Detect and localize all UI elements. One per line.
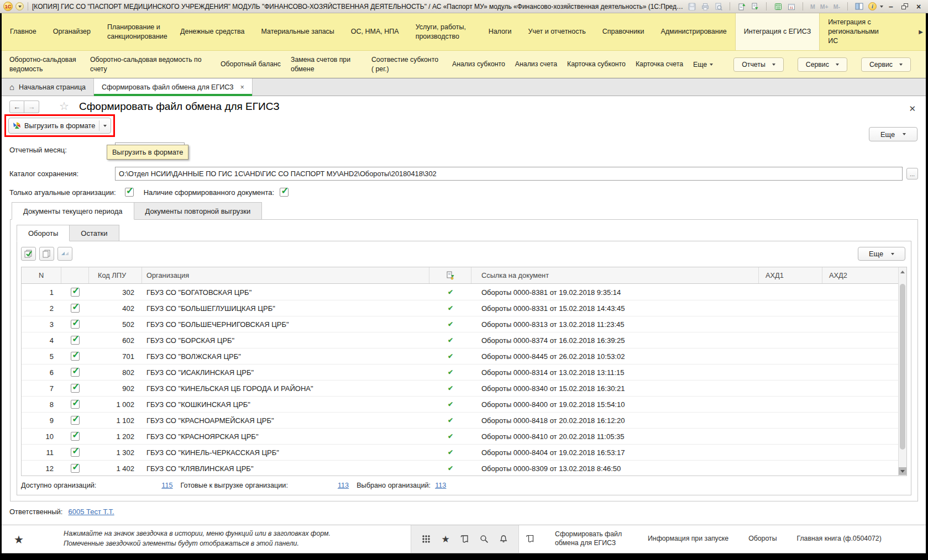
ribbon-command-item[interactable]: Замена счетов при обмене [291,55,361,73]
row-checkbox[interactable] [71,288,80,297]
info-dropdown-caret-icon[interactable] [880,6,883,8]
ribbon-command-item[interactable]: Оборотный баланс [221,60,281,69]
document-link-cell[interactable]: Обороты 0000-8331 от 15.02.2018 14:43:45 [471,304,759,313]
org-code-cell[interactable]: 502 [89,320,142,329]
ribbon-action-button[interactable]: Отчеты [733,57,784,72]
document-link-cell[interactable]: Обороты 0000-8404 от 19.02.2018 16:53:17 [471,448,759,457]
ribbon-command-item[interactable]: Соотвестие субконто ( рег.) [371,55,442,73]
row-checkbox[interactable] [71,304,80,313]
table-row[interactable]: 3502ГБУЗ СО "БОЛЬШЕЧЕРНИГОВСКАЯ ЦРБ"✔Обо… [22,316,898,332]
table-row[interactable]: 101 202ГБУЗ СО "КРАСНОЯРСКАЯ ЦРБ"✔Оборот… [22,429,898,445]
org-code-cell[interactable]: 701 [89,352,142,361]
restore-button[interactable] [899,1,911,12]
organization-cell[interactable]: ГБУЗ СО "КРАСНОАРМЕЙСКАЯ ЦРБ" [142,416,429,425]
has-doc-checkbox[interactable] [280,188,289,197]
row-checkbox[interactable] [71,320,80,329]
forward-button[interactable]: → [24,101,39,113]
row-checkbox[interactable] [71,448,80,457]
document-link-cell[interactable]: Обороты 0000-8418 от 20.02.2018 16:12:20 [471,416,759,425]
period-tab[interactable]: Документы повторной выгрузки [134,202,263,220]
table-row[interactable]: 121 402ГБУЗ СО "КЛЯВЛИНСКАЯ ЦРБ"✔Обороты… [22,461,898,476]
table-row[interactable]: 91 102ГБУЗ СО "КРАСНОАРМЕЙСКАЯ ЦРБ"✔Обор… [22,413,898,429]
organization-cell[interactable]: ГБУЗ СО "КЛЯВЛИНСКАЯ ЦРБ" [142,464,429,473]
table-row[interactable]: 111 302ГБУЗ СО "КИНЕЛЬ-ЧЕРКАССКАЯ ЦРБ"✔О… [22,445,898,461]
row-checkbox[interactable] [71,352,80,361]
organization-cell[interactable]: ГБУЗ СО "КОШКИНСКАЯ ЦРБ" [142,400,429,409]
tab-home[interactable]: ⌂ Начальная страница [2,78,94,96]
calendar-icon[interactable]: 31 [785,1,797,12]
compare-button[interactable] [57,247,72,261]
ribbon-tab[interactable]: Услуги, работы, производство [407,13,480,50]
org-code-cell[interactable]: 302 [89,288,142,297]
table-more-button[interactable]: Еще [858,247,905,261]
history-item[interactable]: Главная книга (ф.0504072) [796,535,881,543]
ribbon-tab[interactable]: Налоги [480,13,520,50]
organization-cell[interactable]: ГБУЗ СО "КИНЕЛЬ-ЧЕРКАССКАЯ ЦРБ" [142,448,429,457]
import-doc-icon[interactable] [749,1,761,12]
org-code-cell[interactable]: 1 402 [89,464,142,473]
ribbon-tab[interactable]: Интеграция с ЕГИСЗ [735,13,820,50]
close-button[interactable]: × [913,1,925,12]
calculator-icon[interactable] [772,1,784,12]
document-link-cell[interactable]: Обороты 0000-8374 от 16.02.2018 16:39:25 [471,336,759,345]
ready-count-link[interactable]: 113 [338,482,349,489]
document-link-cell[interactable]: Обороты 0000-8381 от 19.02.2018 9:35:14 [471,288,759,297]
ribbon-command-item[interactable]: Карточка счета [636,60,683,69]
organization-cell[interactable]: ГБУЗ СО "БОРСКАЯ ЦРБ" [142,336,429,345]
scroll-down-icon[interactable] [899,467,906,475]
ribbon-tab[interactable]: Органайзер [45,13,99,50]
split-window-icon[interactable] [853,1,865,12]
row-checkbox[interactable] [71,464,80,473]
org-code-cell[interactable]: 402 [89,304,142,313]
header-checkbox[interactable] [61,267,89,283]
header-status[interactable] [429,267,471,283]
form-close-icon[interactable]: ✕ [909,104,916,114]
scrollbar-thumb[interactable] [900,284,905,450]
table-row[interactable]: 7902ГБУЗ СО "КИНЕЛЬСКАЯ ЦБ ГОРОДА И РАЙО… [22,381,898,397]
selected-count-link[interactable]: 113 [435,482,446,489]
memory-plus-button[interactable]: M+ [819,3,830,10]
table-row[interactable]: 6802ГБУЗ СО "ИСАКЛИНСКАЯ ЦРБ"✔Обороты 00… [22,364,898,381]
tab-active-form[interactable]: Сформировать файл обмена для ЕГИСЗ × [94,78,253,96]
organization-cell[interactable]: ГБУЗ СО "ВОЛЖСКАЯ ЦРБ" [142,352,429,361]
ribbon-tab[interactable]: Интеграция с региональными ИС [820,13,893,50]
scroll-up-icon[interactable] [899,268,906,276]
document-link-cell[interactable]: Обороты 0000-8314 от 13.02.2018 13:11:15 [471,368,759,377]
organization-cell[interactable]: ГБУЗ СО "ИСАКЛИНСКАЯ ЦРБ" [142,368,429,377]
org-code-cell[interactable]: 602 [89,336,142,345]
tab-close-icon[interactable]: × [240,83,244,91]
table-row[interactable]: 1302ГБУЗ СО "БОГАТОВСКАЯ ЦРБ"✔Обороты 00… [22,284,898,300]
memory-recall-button[interactable]: M [809,3,817,10]
document-link-cell[interactable]: Обороты 0000-8410 от 20.02.2018 11:05:35 [471,432,759,441]
org-code-cell[interactable]: 1 102 [89,416,142,425]
table-row[interactable]: 2402ГБУЗ СО "БОЛЬШЕГЛУШИЦКАЯ ЦРБ"✔Оборот… [22,300,898,316]
ribbon-action-button[interactable]: Сервис [798,57,847,72]
header-axd2[interactable]: АХД2 [822,267,906,283]
only-actual-checkbox[interactable] [125,188,134,197]
history-scroll-icon[interactable] [459,533,471,545]
data-type-tab[interactable]: Обороты [17,225,70,241]
ribbon-command-item[interactable]: Анализ субконто [452,60,505,69]
organization-cell[interactable]: ГБУЗ СО "КИНЕЛЬСКАЯ ЦБ ГОРОДА И РАЙОНА" [142,384,429,393]
org-code-cell[interactable]: 902 [89,384,142,393]
table-row[interactable]: 4602ГБУЗ СО "БОРСКАЯ ЦРБ"✔Обороты 0000-8… [22,332,898,348]
form-more-button[interactable]: Еще [869,127,917,141]
back-button[interactable]: ← [9,101,24,113]
organization-cell[interactable]: ГБУЗ СО "БОЛЬШЕГЛУШИЦКАЯ ЦРБ" [142,304,429,313]
document-link-cell[interactable]: Обороты 0000-8313 от 13.02.2018 11:23:45 [471,320,759,329]
search-icon[interactable] [478,533,490,545]
org-code-cell[interactable]: 1 002 [89,400,142,409]
save-dir-input[interactable] [115,167,903,181]
row-checkbox[interactable] [71,384,80,393]
ribbon-tab[interactable]: ОС, НМА, НПА [343,13,407,50]
row-checkbox[interactable] [71,416,80,425]
row-checkbox[interactable] [71,432,80,441]
row-checkbox[interactable] [71,400,80,409]
history-item[interactable]: Сформировать файл обмена для ЕГИСЗ [555,530,628,548]
org-code-cell[interactable]: 802 [89,368,142,377]
save-icon[interactable] [686,1,698,12]
info-icon[interactable]: i [867,1,878,12]
header-code[interactable]: Код ЛПУ [89,267,142,283]
header-org[interactable]: Организация [142,267,429,283]
document-link-cell[interactable]: Обороты 0000-8340 от 15.02.2018 16:30:21 [471,384,759,393]
